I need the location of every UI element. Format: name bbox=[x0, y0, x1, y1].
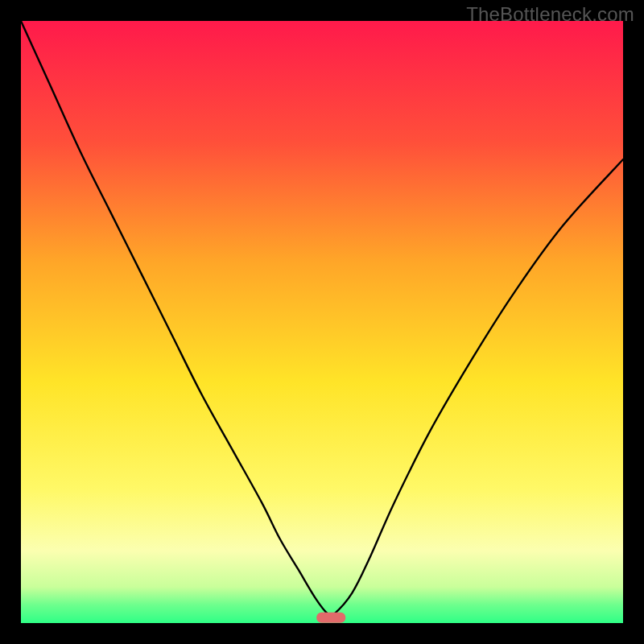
chart-frame: TheBottleneck.com bbox=[0, 0, 644, 644]
gradient-background bbox=[21, 21, 623, 623]
min-marker bbox=[316, 613, 345, 623]
watermark-text: TheBottleneck.com bbox=[466, 3, 634, 26]
plot-area bbox=[21, 21, 623, 623]
chart-svg bbox=[21, 21, 623, 623]
